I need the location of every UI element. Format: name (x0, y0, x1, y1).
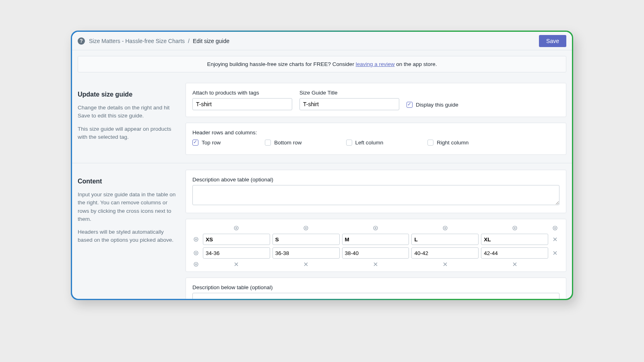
delete-column-icon[interactable] (303, 261, 309, 267)
opt-right-column-input[interactable] (427, 140, 433, 146)
table-cell[interactable] (411, 234, 479, 245)
app-frame: ? Size Matters - Hassle-free Size Charts… (71, 31, 573, 300)
card-desc-below: Description below table (optional) (186, 278, 566, 299)
add-row-icon[interactable] (193, 261, 199, 267)
size-grid (192, 225, 559, 267)
delete-row-icon[interactable] (552, 236, 558, 243)
add-column-icon[interactable] (303, 225, 309, 231)
breadcrumb-separator: / (188, 38, 190, 44)
breadcrumb-page: Edit size guide (193, 38, 229, 44)
display-guide-label: Display this guide (416, 102, 458, 108)
add-column-icon[interactable] (442, 225, 448, 231)
update-desc-1: Change the details on the right and hit … (78, 104, 178, 120)
delete-column-icon[interactable] (372, 261, 379, 267)
table-cell[interactable] (203, 234, 270, 245)
content-desc-1: Input your size guide data in the table … (78, 191, 178, 223)
table-cell[interactable] (272, 234, 340, 245)
leave-review-link[interactable]: leaving a review (356, 61, 395, 67)
display-guide-input[interactable] (407, 102, 413, 108)
add-row-icon[interactable] (193, 236, 199, 243)
delete-row-icon[interactable] (552, 250, 558, 256)
card-size-table (186, 219, 566, 272)
desc-below-label: Description below table (optional) (192, 284, 559, 290)
table-cell[interactable] (481, 247, 548, 259)
add-row-icon[interactable] (193, 250, 199, 256)
update-desc-2: This size guide will appear on products … (78, 125, 178, 142)
section-content: Content Input your size guide data in th… (78, 170, 566, 299)
help-icon[interactable]: ? (78, 37, 85, 45)
review-banner: Enjoying building hassle-free size chart… (78, 56, 566, 72)
delete-column-icon[interactable] (233, 261, 239, 267)
banner-text-before: Enjoying building hassle-free size chart… (207, 61, 355, 67)
desc-below-input[interactable] (192, 293, 559, 299)
opt-top-row[interactable]: Top row (192, 140, 221, 146)
opt-top-row-input[interactable] (192, 140, 198, 146)
tags-input[interactable] (192, 98, 292, 110)
guide-title-label: Size Guide Title (299, 90, 399, 96)
table-cell[interactable] (342, 247, 409, 259)
card-header-options: Header rows and columns: Top row Bottom … (186, 123, 566, 155)
table-cell[interactable] (203, 247, 270, 259)
add-column-icon[interactable] (233, 225, 239, 231)
opt-right-column[interactable]: Right column (427, 140, 469, 146)
banner-text-after: on the app store. (394, 61, 437, 67)
desc-above-label: Description above table (optional) (192, 177, 559, 183)
table-cell[interactable] (411, 247, 479, 259)
guide-title-input[interactable] (299, 98, 399, 110)
delete-column-icon[interactable] (442, 261, 448, 267)
table-cell[interactable] (481, 234, 548, 245)
table-cell[interactable] (272, 247, 340, 259)
add-column-icon[interactable] (512, 225, 518, 231)
save-button[interactable]: Save (539, 35, 566, 47)
card-basic: Attach to products with tags Size Guide … (186, 83, 566, 117)
delete-column-icon[interactable] (512, 261, 518, 267)
opt-bottom-row-input[interactable] (265, 140, 271, 146)
section-title-content: Content (78, 178, 178, 185)
tags-label: Attach to products with tags (192, 90, 292, 96)
card-desc-above: Description above table (optional) (186, 170, 566, 213)
add-column-icon[interactable] (372, 225, 379, 231)
header-options-label: Header rows and columns: (192, 130, 559, 136)
table-cell[interactable] (342, 234, 409, 245)
opt-bottom-row[interactable]: Bottom row (265, 140, 301, 146)
section-title-update: Update size guide (78, 91, 178, 98)
desc-above-input[interactable] (192, 185, 559, 205)
add-column-icon[interactable] (552, 225, 558, 231)
breadcrumb-app[interactable]: Size Matters - Hassle-free Size Charts (89, 38, 185, 44)
display-guide-checkbox[interactable]: Display this guide (407, 102, 458, 108)
topbar: ? Size Matters - Hassle-free Size Charts… (72, 32, 572, 50)
section-update: Update size guide Change the details on … (78, 83, 566, 155)
opt-left-column[interactable]: Left column (346, 140, 384, 146)
opt-left-column-input[interactable] (346, 140, 352, 146)
section-divider (72, 163, 572, 163)
content-desc-2: Headers will be styled automatically bas… (78, 228, 178, 245)
